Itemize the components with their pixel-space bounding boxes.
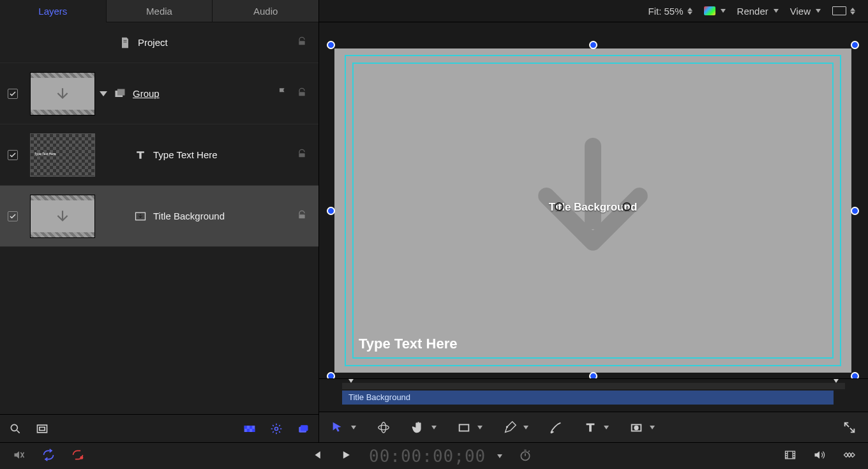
layer-thumbnail <box>30 195 95 238</box>
svg-rect-11 <box>40 427 45 430</box>
timecode-display[interactable]: 00:00:00;00 <box>369 447 486 466</box>
canvas-tool-strip <box>319 412 868 442</box>
chevron-down-icon[interactable] <box>497 454 502 458</box>
mask-tool[interactable] <box>629 421 655 435</box>
disclosure-triangle-icon[interactable] <box>100 91 107 96</box>
play-button[interactable] <box>340 449 352 463</box>
chevron-down-icon <box>721 9 726 13</box>
svg-rect-5 <box>299 92 304 96</box>
shape-tool[interactable] <box>457 421 483 435</box>
expand-icon[interactable] <box>842 421 857 435</box>
layer-row-project[interactable]: Project <box>0 22 318 63</box>
anchor-marker-icon <box>555 202 564 211</box>
pen-tool[interactable] <box>503 421 528 435</box>
tab-media[interactable]: Media <box>106 0 213 22</box>
panel-tabs: Layers Media Audio <box>0 0 318 22</box>
lock-icon[interactable] <box>297 210 307 222</box>
resize-handle[interactable] <box>851 41 859 49</box>
keyframes-icon[interactable] <box>842 449 855 463</box>
hand-tool[interactable] <box>411 421 437 435</box>
chevron-down-icon <box>604 426 609 429</box>
visibility-checkbox[interactable] <box>8 89 18 99</box>
resize-handle[interactable] <box>327 372 335 378</box>
fit-zoom-control[interactable]: Fit: 55% <box>648 6 692 17</box>
svg-point-9 <box>11 424 17 431</box>
frame-icon[interactable] <box>36 422 49 435</box>
flag-icon[interactable] <box>278 87 289 100</box>
render-menu[interactable]: Render <box>737 6 779 17</box>
layer-list: Project <box>0 22 318 414</box>
resize-handle[interactable] <box>589 41 597 49</box>
lock-icon[interactable] <box>297 149 307 161</box>
svg-rect-10 <box>38 425 47 433</box>
aspect-menu[interactable] <box>832 6 855 15</box>
group-icon <box>114 87 126 100</box>
text-layer-label: Type Text Here <box>153 149 218 160</box>
layer-row-text[interactable]: Type Text Here Type Text Here <box>0 124 318 186</box>
layer-row-group[interactable]: Group <box>0 63 318 124</box>
stack-icon[interactable] <box>297 422 310 435</box>
resize-handle[interactable] <box>327 207 335 215</box>
timeline-clip[interactable]: Title Background <box>342 391 834 405</box>
svg-point-26 <box>80 457 82 459</box>
canvas-text-layer[interactable]: Type Text Here <box>359 336 457 352</box>
loop-icon[interactable] <box>42 449 55 463</box>
search-icon[interactable] <box>9 422 22 435</box>
tab-layers[interactable]: Layers <box>0 0 106 22</box>
canvas-viewport[interactable]: Title Background Type Text Here <box>319 22 868 378</box>
project-label: Project <box>138 37 168 48</box>
checker-icon[interactable] <box>243 422 256 435</box>
stopwatch-icon[interactable] <box>519 449 532 463</box>
fit-zoom-label: Fit: 55% <box>648 6 684 17</box>
svg-rect-4 <box>117 89 125 95</box>
record-icon[interactable] <box>71 449 84 463</box>
text-tool[interactable] <box>583 421 609 435</box>
chevron-down-icon <box>431 426 437 429</box>
chevron-down-icon <box>774 9 779 13</box>
visibility-checkbox[interactable] <box>8 211 18 221</box>
group-label: Group <box>133 88 160 99</box>
speaker-icon[interactable] <box>813 449 826 463</box>
resize-handle[interactable] <box>851 372 859 378</box>
color-swatch-icon <box>704 6 715 15</box>
chevron-down-icon <box>351 426 356 429</box>
layer-row-title-background[interactable]: Title Background <box>0 186 318 247</box>
lock-icon[interactable] <box>297 36 307 48</box>
resize-handle[interactable] <box>327 41 335 49</box>
svg-rect-15 <box>247 429 250 432</box>
title-background-label: Title Background <box>153 211 225 221</box>
transport-bar: 00:00:00;00 <box>0 442 868 469</box>
mini-timeline[interactable]: Title Background <box>319 378 868 412</box>
visibility-checkbox[interactable] <box>8 150 18 160</box>
chevron-down-icon <box>650 426 655 429</box>
svg-rect-2 <box>299 41 304 45</box>
canvas-selection-frame[interactable]: Title Background Type Text Here <box>331 45 855 376</box>
mute-icon[interactable] <box>13 449 26 463</box>
orbit-tool[interactable] <box>377 421 391 435</box>
film-icon[interactable] <box>784 449 797 463</box>
brush-tool[interactable] <box>549 421 563 435</box>
gear-icon[interactable] <box>270 422 283 435</box>
layer-thumbnail <box>30 72 95 115</box>
in-marker-icon[interactable] <box>347 379 355 392</box>
select-tool[interactable] <box>331 421 356 435</box>
svg-point-23 <box>507 426 508 428</box>
resize-handle[interactable] <box>589 372 597 378</box>
color-channel-picker[interactable] <box>704 6 726 15</box>
resize-handle[interactable] <box>851 207 859 215</box>
go-to-start-button[interactable] <box>310 449 323 463</box>
out-marker-icon[interactable] <box>832 379 840 392</box>
svg-rect-1 <box>124 41 127 42</box>
dropzone-icon <box>134 210 147 223</box>
chevron-down-icon <box>816 9 821 13</box>
tab-audio[interactable]: Audio <box>212 0 318 22</box>
view-menu[interactable]: View <box>790 6 821 17</box>
svg-rect-19 <box>301 425 308 431</box>
svg-point-17 <box>275 427 278 430</box>
text-icon <box>134 149 147 161</box>
chevron-down-icon <box>477 426 483 429</box>
lock-icon[interactable] <box>297 87 307 100</box>
svg-rect-6 <box>299 153 304 157</box>
svg-rect-0 <box>124 40 127 40</box>
canvas-toolbar: Fit: 55% Render View <box>319 0 868 22</box>
